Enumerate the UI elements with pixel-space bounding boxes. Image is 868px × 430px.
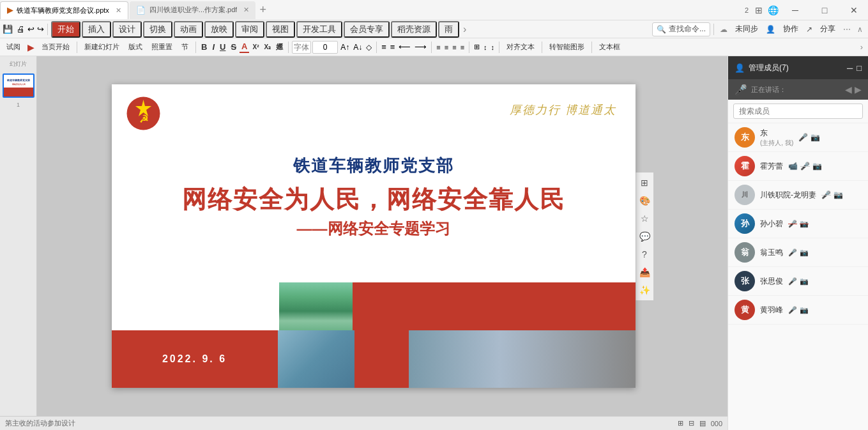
normal-view-btn[interactable]: ⊞: [678, 419, 683, 427]
menu-insert[interactable]: 插入: [82, 21, 111, 38]
sync-btn[interactable]: 未同步: [731, 22, 762, 36]
tab-pptx-close[interactable]: ✕: [116, 6, 121, 15]
maximize-btn[interactable]: □: [811, 1, 839, 19]
minimize-btn[interactable]: ─: [781, 1, 809, 19]
menu-start[interactable]: 开始: [51, 21, 80, 38]
export-tool-icon[interactable]: 📤: [639, 267, 650, 277]
close-btn[interactable]: ✕: [840, 1, 868, 19]
slide-bottom-images: 2022. 9. 6: [112, 330, 636, 388]
menu-view[interactable]: 视图: [266, 21, 295, 38]
menu-animation[interactable]: 动画: [174, 21, 203, 38]
indent-increase-btn[interactable]: ⟶: [413, 42, 428, 52]
align-left-btn[interactable]: ≡: [435, 43, 441, 51]
title-bar: ▶ 铁道车辆教师党支部会议.pptx ✕ 📄 四川铁道职业学...作方案.pdf…: [0, 0, 868, 20]
magic-tool-icon[interactable]: ✨: [639, 285, 650, 295]
member-controls: 🎤 📷: [821, 190, 843, 199]
col-layout-btn[interactable]: ⊞: [473, 43, 481, 51]
arrow-right-btn[interactable]: ▶: [855, 84, 862, 95]
menu-dev[interactable]: 开发工具: [296, 21, 342, 38]
arrow-left-btn[interactable]: ◀: [845, 84, 852, 95]
collapse-btn[interactable]: ∧: [855, 25, 865, 34]
subscript-btn[interactable]: X₂: [262, 43, 273, 51]
menu-rain[interactable]: 雨: [438, 21, 459, 38]
font-decrease-btn[interactable]: A↓: [352, 43, 363, 52]
reading-view-btn[interactable]: ▤: [699, 419, 706, 427]
tab-pdf[interactable]: 📄 四川铁道职业学...作方案.pdf ✕: [130, 1, 256, 19]
indent-decrease-btn[interactable]: ⟵: [397, 42, 412, 52]
user-icon[interactable]: 👤: [763, 25, 778, 34]
layout-tool-icon[interactable]: ⊞: [641, 178, 648, 188]
more-btn[interactable]: ⋯: [841, 25, 853, 34]
slide-main-view[interactable]: ☭ 厚德力行 博道通太 铁道车辆教师党支部 网络安全为人民，网络安全靠人民 ——…: [37, 56, 727, 416]
grid-view-btn[interactable]: ⊞: [752, 5, 765, 15]
redo-btn[interactable]: ↪: [37, 24, 44, 34]
align-right-btn[interactable]: ≡: [451, 43, 457, 51]
meeting-maximize-btn[interactable]: □: [857, 63, 862, 73]
menu-design[interactable]: 设计: [112, 21, 142, 38]
quick-save[interactable]: 💾: [3, 24, 13, 34]
meeting-minimize-btn[interactable]: ─: [847, 63, 853, 73]
bullet-list-btn[interactable]: ≡: [380, 42, 388, 52]
side-tools-panel: ⊞ 🎨 ☆ 💬 ? 📤 ✨: [636, 173, 653, 300]
undo-btn[interactable]: ↩: [27, 24, 34, 34]
profile-btn[interactable]: 🌐: [765, 5, 781, 15]
special-char-btn[interactable]: 嬺: [274, 42, 285, 52]
menu-transition[interactable]: 切换: [143, 21, 172, 38]
slide-image-1: [279, 282, 353, 330]
slideshow-mode-btn[interactable]: 试阅: [3, 41, 24, 53]
member-search-input[interactable]: [733, 104, 863, 119]
menu-member[interactable]: 会员专享: [344, 21, 390, 38]
comment-tool-icon[interactable]: 💬: [639, 231, 650, 242]
underline-btn[interactable]: U: [218, 42, 227, 52]
slide-thumb-1[interactable]: 铁道车辆教师党支部 网络安全为人民: [3, 73, 34, 98]
align-text-btn[interactable]: 对齐文本: [503, 41, 538, 53]
tab-pdf-close[interactable]: ✕: [243, 6, 249, 14]
line-spacing-more[interactable]: ↕: [490, 43, 496, 51]
tab-pptx[interactable]: ▶ 铁道车辆教师党支部会议.pptx ✕: [0, 1, 128, 19]
share-btn[interactable]: 分享: [816, 22, 839, 36]
current-page-btn[interactable]: 当页开始: [38, 41, 73, 53]
slide-red-block-1: [353, 282, 636, 330]
new-slide-btn[interactable]: 新建幻灯片: [80, 41, 123, 53]
cloud-sync-icon[interactable]: ☁: [717, 25, 730, 34]
cam-slash-icon: 📷: [800, 277, 809, 286]
italic-btn[interactable]: I: [210, 42, 217, 52]
star-tool-icon[interactable]: ☆: [641, 213, 649, 224]
bold-btn[interactable]: B: [199, 42, 209, 52]
font-size-input[interactable]: [312, 41, 338, 54]
slide-sorter-btn[interactable]: ⊟: [689, 419, 694, 427]
section-btn[interactable]: 节: [178, 41, 192, 53]
strikethrough-btn[interactable]: S: [229, 42, 238, 52]
add-tab-btn[interactable]: +: [259, 3, 266, 17]
cooperate-btn[interactable]: 协作: [779, 22, 802, 36]
member-name: 孙小碧: [760, 219, 783, 229]
color-btn[interactable]: A: [240, 41, 249, 53]
slide-image-3: [409, 330, 636, 388]
reset-btn[interactable]: 照重置: [148, 41, 176, 53]
menu-review[interactable]: 审阅: [235, 21, 264, 38]
toolbar-expand-icon[interactable]: ›: [858, 42, 865, 52]
slide-date: 2022. 9. 6: [162, 353, 227, 365]
color-scheme-icon[interactable]: 🎨: [639, 196, 650, 206]
play-icon[interactable]: ▶: [26, 42, 36, 52]
search-box[interactable]: 🔍 查找命令...: [652, 22, 710, 36]
menu-playback[interactable]: 放映: [204, 21, 234, 38]
layout-btn[interactable]: 版式: [125, 41, 146, 53]
font-family-input[interactable]: [292, 41, 311, 54]
avatar: 东: [735, 127, 755, 148]
line-spacing-btn[interactable]: ↕: [482, 43, 489, 51]
mic-muted-icon: 🎤: [800, 162, 810, 171]
text-frame-btn[interactable]: 文本框: [595, 41, 624, 53]
menu-expand[interactable]: ›: [461, 24, 469, 35]
menu-shell[interactable]: 稻壳资源: [391, 21, 437, 38]
font-increase-btn[interactable]: A↑: [339, 43, 351, 52]
superscript-btn[interactable]: X²: [250, 43, 261, 51]
admin-label: 管理成员(7): [749, 63, 789, 73]
align-justify-btn[interactable]: ≡: [459, 43, 466, 51]
help-tool-icon[interactable]: ?: [642, 249, 647, 259]
clear-format-btn[interactable]: ◇: [365, 43, 373, 52]
numbered-list-btn[interactable]: ≡: [389, 42, 397, 52]
quick-print[interactable]: 🖨: [17, 24, 25, 34]
align-center-btn[interactable]: ≡: [443, 43, 450, 51]
convert-smart-btn[interactable]: 转智能图形: [545, 41, 588, 53]
